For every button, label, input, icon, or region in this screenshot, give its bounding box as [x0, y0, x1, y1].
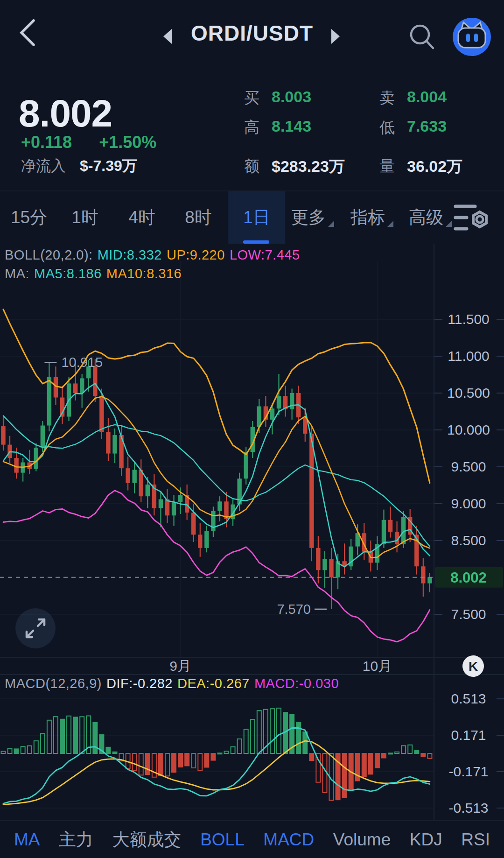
stat-turnover: 额 $283.23万 — [244, 156, 345, 177]
tab-15分[interactable]: 15分 — [11, 191, 47, 244]
tab-8时[interactable]: 8时 — [185, 191, 212, 244]
macd-histogram-layer — [1, 708, 432, 801]
tab-指标[interactable]: 指标 — [350, 191, 393, 244]
svg-text:10.915: 10.915 — [61, 355, 103, 370]
boll-header-segment: MID:8.332 — [98, 247, 162, 262]
svg-text:9.500: 9.500 — [451, 459, 486, 474]
nav-item-大额成交[interactable]: 大额成交 — [112, 828, 182, 851]
back-icon[interactable] — [15, 15, 41, 50]
current-price-tag: 8.002 — [450, 570, 487, 586]
nav-item-BOLL[interactable]: BOLL — [200, 830, 245, 850]
dropdown-caret-icon — [387, 221, 393, 227]
nav-item-主力[interactable]: 主力 — [59, 828, 93, 851]
price-change: +0.118 — [21, 133, 72, 152]
expand-chart-button[interactable] — [15, 608, 56, 648]
page-title: ORDI/USDT — [191, 21, 313, 46]
search-icon[interactable] — [408, 22, 437, 51]
svg-text:10.500: 10.500 — [447, 385, 490, 401]
svg-text:9月: 9月 — [169, 658, 191, 674]
svg-text:7.500: 7.500 — [451, 606, 486, 622]
boll-header-segment: UP:9.220 — [167, 247, 225, 262]
ma-header-segment: MA5:8.186 — [34, 266, 102, 281]
macd-header-segment: MACD(12,26,9) — [5, 676, 102, 691]
price-change-row: +0.118 +1.50% — [21, 133, 156, 152]
dropdown-caret-icon — [328, 221, 334, 227]
svg-text:10.000: 10.000 — [447, 422, 490, 437]
selected-tab-underline — [243, 240, 269, 244]
svg-text:7.570: 7.570 — [277, 602, 311, 617]
svg-text:0.513: 0.513 — [451, 691, 486, 706]
macd-header-segment: MACD:-0.030 — [254, 676, 339, 691]
svg-text:11.500: 11.500 — [448, 311, 490, 327]
ma-header-segment: MA: — [5, 266, 29, 281]
boll-header-segment: LOW:7.445 — [230, 247, 300, 262]
macd-header-segment: DIF:-0.282 — [106, 676, 173, 691]
nav-item-MACD[interactable]: MACD — [263, 830, 314, 850]
nav-item-Volume[interactable]: Volume — [333, 830, 391, 850]
timeframe-tabbar: 15分1时4时8时1日更多指标高级 — [0, 190, 504, 244]
dropdown-caret-icon — [446, 221, 452, 227]
netflow-label: 净流入 — [21, 156, 66, 176]
app-logo-icon[interactable] — [452, 17, 492, 57]
tab-4时[interactable]: 4时 — [128, 191, 155, 244]
svg-text:K: K — [469, 659, 478, 674]
ma-indicator-header: MA:MA5:8.186MA10:8.316 — [5, 266, 186, 281]
stat-ask: 卖 8.004 — [379, 88, 447, 109]
svg-text:11.000: 11.000 — [448, 348, 490, 364]
k-interval-badge[interactable]: K — [462, 655, 484, 677]
netflow-value: $-7.39万 — [80, 156, 137, 176]
expand-arrows-icon — [23, 616, 48, 640]
trading-app: 11.50011.00010.50010.0009.5009.0008.5007… — [0, 0, 504, 858]
netflow-row: 净流入 $-7.39万 — [21, 156, 137, 176]
prev-pair-icon[interactable] — [161, 27, 174, 46]
price-change-pct: +1.50% — [99, 133, 156, 152]
chart-settings-icon[interactable] — [454, 200, 490, 235]
last-price: 8.002 — [19, 91, 112, 135]
stat-bid: 买 8.003 — [244, 88, 311, 109]
svg-text:8.500: 8.500 — [451, 533, 486, 548]
stat-volume: 量 36.02万 — [379, 156, 462, 177]
svg-text:9.000: 9.000 — [451, 496, 486, 511]
indicator-nav: MA主力大额成交BOLLMACDVolumeKDJRSI — [0, 820, 504, 858]
svg-text:10月: 10月 — [363, 658, 392, 674]
boll-header-segment: BOLL(20,2.0): — [5, 247, 93, 262]
tab-1时[interactable]: 1时 — [71, 191, 98, 244]
macd-indicator-header: MACD(12,26,9)DIF:-0.282DEA:-0.267MACD:-0… — [5, 676, 343, 691]
nav-item-RSI[interactable]: RSI — [461, 830, 490, 850]
ma-header-segment: MA10:8.316 — [106, 266, 182, 281]
svg-text:0.171: 0.171 — [451, 727, 486, 743]
svg-text:-0.171: -0.171 — [448, 764, 488, 779]
next-pair-icon[interactable] — [329, 27, 342, 46]
nav-item-MA[interactable]: MA — [14, 830, 40, 850]
macd-header-segment: DEA:-0.267 — [177, 676, 250, 691]
nav-item-KDJ[interactable]: KDJ — [410, 830, 442, 850]
stat-high: 高 8.143 — [244, 117, 311, 138]
tab-更多[interactable]: 更多 — [291, 191, 334, 244]
boll-indicator-header: BOLL(20,2.0):MID:8.332UP:9.220LOW:7.445 — [5, 247, 305, 263]
tab-高级[interactable]: 高级 — [409, 191, 452, 244]
svg-text:-0.513: -0.513 — [448, 800, 488, 816]
tab-1日[interactable]: 1日 — [228, 191, 285, 244]
stat-low: 低 7.633 — [379, 117, 447, 138]
